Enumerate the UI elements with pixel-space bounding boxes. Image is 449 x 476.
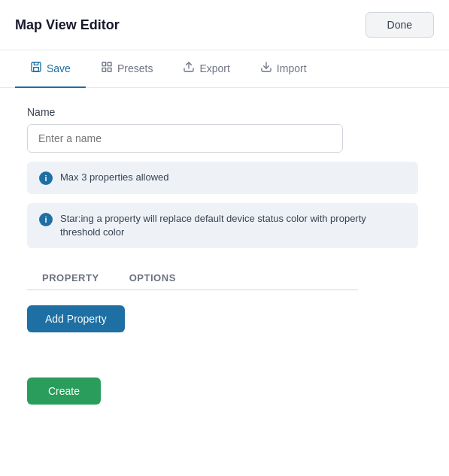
svg-rect-3	[102, 68, 106, 71]
info-icon-1: i	[39, 171, 53, 185]
tab-save-label: Save	[47, 62, 71, 74]
tab-import-label: Import	[277, 62, 307, 74]
done-button[interactable]: Done	[366, 12, 434, 38]
tab-save[interactable]: Save	[15, 50, 86, 88]
presets-icon	[101, 61, 113, 76]
sub-tab-options[interactable]: OPTIONS	[114, 266, 191, 290]
main-content: Name i Max 3 properties allowed i Star:i…	[0, 88, 449, 423]
tab-presets[interactable]: Presets	[86, 50, 168, 88]
svg-rect-4	[108, 68, 111, 71]
export-icon	[183, 61, 195, 76]
save-icon	[30, 61, 42, 76]
star-property-text: Star:ing a property will replace default…	[60, 212, 406, 239]
property-options-tabs: PROPERTY OPTIONS	[27, 266, 358, 290]
sub-tab-property[interactable]: PROPERTY	[27, 266, 114, 290]
create-button[interactable]: Create	[27, 377, 101, 405]
svg-rect-2	[108, 62, 111, 66]
tab-import[interactable]: Import	[245, 50, 322, 88]
svg-rect-1	[102, 62, 106, 66]
tab-bar: Save Presets Export Import	[0, 50, 449, 88]
name-input[interactable]	[27, 124, 343, 153]
header: Map View Editor Done	[0, 0, 449, 50]
max-properties-info: i Max 3 properties allowed	[27, 162, 418, 194]
max-properties-text: Max 3 properties allowed	[60, 171, 169, 184]
import-icon	[260, 61, 272, 76]
star-property-info: i Star:ing a property will replace defau…	[27, 203, 418, 248]
page-title: Map View Editor	[15, 17, 120, 33]
info-icon-2: i	[39, 213, 53, 226]
tab-export[interactable]: Export	[168, 50, 244, 88]
add-property-button[interactable]: Add Property	[27, 305, 125, 332]
name-label: Name	[27, 106, 422, 118]
tab-export-label: Export	[199, 62, 229, 74]
tab-presets-label: Presets	[117, 62, 153, 74]
